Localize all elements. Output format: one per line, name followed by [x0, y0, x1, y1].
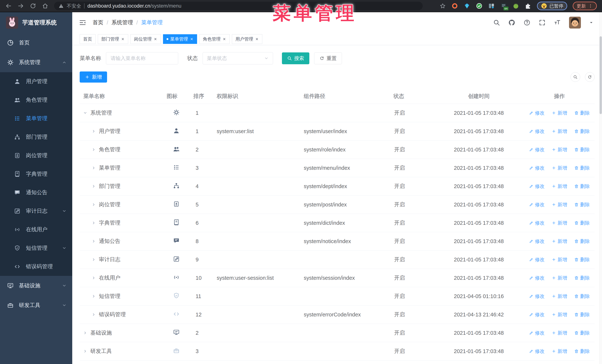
tab[interactable]: 首页 [80, 34, 96, 44]
extension-gem-icon[interactable] [464, 3, 470, 9]
extension-orange-icon[interactable] [452, 3, 458, 9]
tab[interactable]: 菜单管理 [163, 34, 197, 44]
expand-arrow-icon[interactable] [92, 129, 96, 134]
delete-link[interactable]: 删除 [574, 238, 590, 245]
add-link[interactable]: 新增 [552, 330, 567, 336]
add-link[interactable]: 新增 [552, 183, 567, 190]
scrollbar-thumb[interactable] [600, 36, 602, 114]
breadcrumb-home[interactable]: 首页 [93, 19, 103, 26]
delete-link[interactable]: 删除 [574, 256, 590, 263]
user-avatar[interactable] [569, 17, 581, 29]
expand-arrow-icon[interactable] [92, 166, 96, 170]
sidebar-item[interactable]: 字典管理 [0, 165, 72, 183]
tab[interactable]: 岗位管理 [130, 34, 161, 44]
delete-link[interactable]: 删除 [574, 293, 590, 300]
edit-link[interactable]: 修改 [529, 312, 545, 318]
search-icon[interactable] [493, 19, 500, 26]
edit-link[interactable]: 修改 [529, 110, 545, 116]
tab[interactable]: 部门管理 [98, 34, 128, 44]
tab[interactable]: 角色管理 [199, 34, 230, 44]
extension-tiles-icon[interactable] [488, 3, 495, 9]
delete-link[interactable]: 删除 [574, 128, 590, 135]
collapse-sidebar-icon[interactable] [79, 19, 86, 26]
close-icon[interactable] [190, 37, 194, 41]
add-link[interactable]: 新增 [552, 201, 567, 208]
expand-arrow-icon[interactable] [92, 294, 96, 299]
add-link[interactable]: 新增 [552, 238, 567, 245]
font-size-icon[interactable] [554, 19, 561, 26]
expand-arrow-icon[interactable] [83, 349, 87, 354]
close-icon[interactable] [121, 37, 125, 41]
close-icon[interactable] [223, 37, 226, 41]
expand-arrow-icon[interactable] [92, 147, 96, 152]
expand-arrow-icon[interactable] [92, 312, 96, 317]
browser-back-icon[interactable] [5, 3, 12, 9]
sidebar-item[interactable]: 错误码管理 [0, 257, 72, 276]
fullscreen-icon[interactable] [539, 19, 546, 26]
browser-menu-dots-icon[interactable] [588, 3, 593, 8]
refresh-table-button[interactable] [585, 72, 595, 82]
add-link[interactable]: 新增 [552, 348, 567, 354]
edit-link[interactable]: 修改 [529, 201, 545, 208]
expand-arrow-icon[interactable] [92, 239, 96, 243]
sidebar-item[interactable]: 菜单管理 [0, 109, 72, 128]
reset-button[interactable]: 重置 [314, 52, 342, 64]
menu-name-input[interactable] [106, 52, 178, 64]
add-link[interactable]: 新增 [552, 220, 567, 226]
expand-arrow-icon[interactable] [83, 331, 87, 335]
sidebar-item[interactable]: 用户管理 [0, 72, 72, 91]
sidebar-item[interactable]: 系统管理 [0, 52, 72, 72]
edit-link[interactable]: 修改 [529, 146, 545, 153]
extension-switch-icon[interactable]: on [500, 3, 507, 9]
edit-link[interactable]: 修改 [529, 256, 545, 263]
edit-link[interactable]: 修改 [529, 238, 545, 245]
delete-link[interactable]: 删除 [574, 110, 590, 116]
sidebar-item[interactable]: 审计日志 [0, 202, 72, 220]
sidebar-item[interactable]: 通知公告 [0, 183, 72, 202]
sidebar-item[interactable]: 角色管理 [0, 91, 72, 109]
expand-arrow-icon[interactable] [92, 184, 96, 188]
browser-home-icon[interactable] [42, 3, 49, 9]
delete-link[interactable]: 删除 [574, 348, 590, 354]
edit-link[interactable]: 修改 [529, 183, 545, 190]
edit-link[interactable]: 修改 [529, 330, 545, 336]
delete-link[interactable]: 删除 [574, 312, 590, 318]
delete-link[interactable]: 删除 [574, 330, 590, 336]
expand-arrow-icon[interactable] [92, 257, 96, 262]
edit-link[interactable]: 修改 [529, 220, 545, 226]
close-icon[interactable] [255, 37, 259, 41]
expand-arrow-icon[interactable] [83, 111, 87, 115]
delete-link[interactable]: 删除 [574, 201, 590, 208]
close-icon[interactable] [154, 37, 157, 41]
sidebar-item[interactable]: 在线用户 [0, 220, 72, 239]
extensions-puzzle-icon[interactable] [525, 3, 531, 9]
add-link[interactable]: 新增 [552, 275, 567, 281]
github-icon[interactable] [508, 19, 515, 26]
delete-link[interactable]: 删除 [574, 183, 590, 190]
tab[interactable]: 用户管理 [232, 34, 262, 44]
add-link[interactable]: 新增 [552, 256, 567, 263]
avatar-caret-down-icon[interactable] [589, 20, 593, 25]
edit-link[interactable]: 修改 [529, 275, 545, 281]
add-link[interactable]: 新增 [552, 146, 567, 153]
add-link[interactable]: 新增 [552, 128, 567, 135]
edit-link[interactable]: 修改 [529, 293, 545, 300]
edit-link[interactable]: 修改 [529, 348, 545, 354]
add-link[interactable]: 新增 [552, 110, 567, 116]
breadcrumb-system[interactable]: 系统管理 [111, 19, 133, 26]
extension-frog-icon[interactable] [513, 3, 519, 9]
delete-link[interactable]: 删除 [574, 165, 590, 171]
search-button[interactable]: 搜索 [282, 52, 309, 64]
help-icon[interactable] [524, 19, 530, 26]
expand-arrow-icon[interactable] [92, 202, 96, 207]
add-link[interactable]: 新增 [552, 312, 567, 318]
edit-link[interactable]: 修改 [529, 128, 545, 135]
browser-forward-icon[interactable] [17, 3, 24, 9]
status-select[interactable]: 菜单状态 [203, 52, 273, 64]
delete-link[interactable]: 删除 [574, 275, 590, 281]
sidebar-item[interactable]: 研发工具 [0, 295, 72, 315]
delete-link[interactable]: 删除 [574, 220, 590, 226]
browser-update-button[interactable]: 更新 [573, 2, 597, 10]
sidebar-item[interactable]: 基础设施 [0, 276, 72, 295]
delete-link[interactable]: 删除 [574, 146, 590, 153]
